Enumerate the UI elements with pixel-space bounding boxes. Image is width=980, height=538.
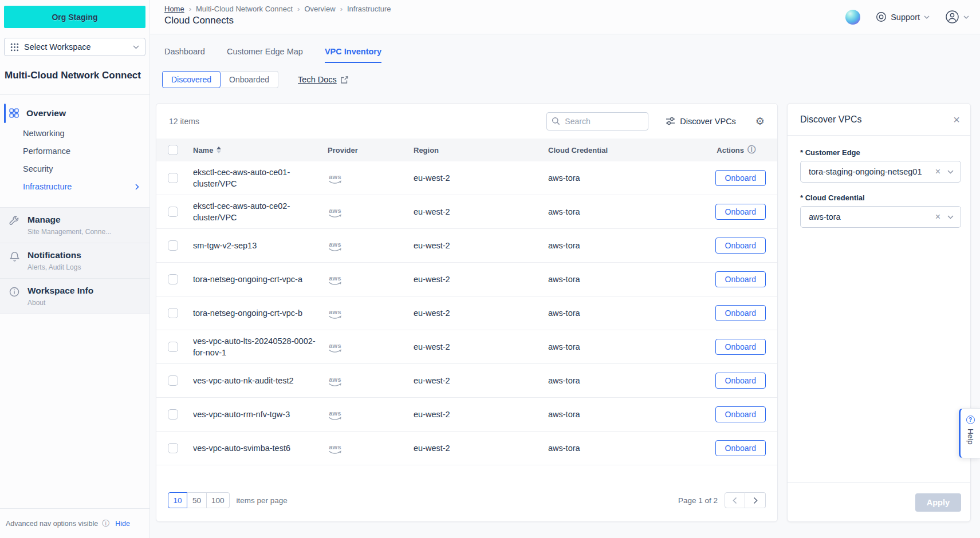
sidebar: Org Staging Select Workspace Multi-Cloud… [0, 0, 150, 538]
page-size-50[interactable]: 50 [187, 492, 207, 508]
row-checkbox[interactable] [168, 342, 178, 352]
org-banner[interactable]: Org Staging [4, 6, 145, 28]
onboard-button[interactable]: Onboard [715, 305, 766, 321]
tech-docs-link[interactable]: Tech Docs [298, 75, 348, 84]
onboard-button[interactable]: Onboard [715, 440, 766, 456]
page-size-100[interactable]: 100 [207, 492, 230, 508]
external-link-icon [341, 76, 348, 84]
sidebar-sections: Manage Site Management, Conne... Notific… [0, 207, 149, 314]
previous-page-button[interactable] [725, 492, 745, 508]
items-count: 12 items [169, 117, 546, 126]
toggle-discovered[interactable]: Discovered [162, 71, 221, 88]
workspace-selector[interactable]: Select Workspace [4, 38, 145, 56]
sidebar-item-security[interactable]: Security [0, 160, 149, 178]
breadcrumb-home[interactable]: Home [164, 5, 184, 13]
credential-cell: aws-tora [548, 376, 709, 385]
table-settings-gear-icon[interactable]: ⚙ [755, 116, 765, 126]
bell-icon [9, 250, 20, 271]
sliders-icon [666, 116, 675, 126]
chevron-down-icon [133, 45, 139, 49]
table-row: sm-tgw-v2-sep13 aws eu-west-2 aws-tora O… [156, 229, 777, 263]
aws-provider-icon: aws [328, 410, 343, 421]
filter-row: Discovered Onboarded Tech Docs [150, 71, 980, 88]
column-header-name[interactable]: Name [193, 146, 328, 155]
breadcrumb-item[interactable]: Overview [304, 5, 335, 13]
assistant-orb-icon[interactable] [845, 10, 860, 25]
actions-info-icon[interactable]: ⓘ [747, 145, 755, 155]
breadcrumb-item[interactable]: Multi-Cloud Network Connect [196, 5, 293, 13]
table-row: tora-netseg-ongoing-crt-vpc-a aws eu-wes… [156, 263, 777, 296]
view-toggle: Discovered Onboarded [162, 71, 278, 88]
info-icon[interactable]: ⓘ [102, 519, 109, 529]
row-checkbox[interactable] [168, 207, 178, 217]
cloud-credential-select[interactable]: aws-tora × [800, 206, 961, 228]
discover-vpcs-button[interactable]: Discover VPCs [666, 116, 736, 126]
tab-dashboard[interactable]: Dashboard [164, 47, 205, 63]
chevron-down-icon [924, 15, 930, 19]
cloud-credential-field: * Cloud Credential aws-tora × [800, 193, 961, 228]
tab-customer-edge-map[interactable]: Customer Edge Map [227, 47, 303, 63]
divider [0, 94, 149, 95]
region-cell: eu-west-2 [414, 207, 548, 216]
tab-vpc-inventory[interactable]: VPC Inventory [325, 47, 381, 63]
help-tab[interactable]: ? Help [959, 408, 980, 458]
onboard-button[interactable]: Onboard [715, 238, 766, 254]
row-checkbox[interactable] [168, 409, 178, 420]
account-menu[interactable] [945, 10, 969, 24]
chevron-down-icon [963, 15, 969, 19]
column-header-credential: Cloud Credential [548, 146, 709, 155]
aws-provider-icon: aws [328, 309, 343, 319]
region-cell: eu-west-2 [414, 410, 548, 419]
onboard-button[interactable]: Onboard [715, 204, 766, 220]
row-checkbox[interactable] [168, 443, 178, 453]
breadcrumb-item[interactable]: Infrastructure [347, 5, 391, 13]
sidebar-item-manage[interactable]: Manage Site Management, Conne... [0, 208, 149, 243]
row-checkbox[interactable] [168, 240, 178, 251]
onboard-button[interactable]: Onboard [715, 339, 766, 355]
region-cell: eu-west-2 [414, 241, 548, 250]
credential-cell: aws-tora [548, 173, 709, 183]
apply-button[interactable]: Apply [915, 493, 961, 512]
customer-edge-select[interactable]: tora-staging-ongoing-netseg01 × [800, 161, 961, 183]
credential-cell: aws-tora [548, 207, 709, 216]
sidebar-item-workspace-info[interactable]: Workspace Info About [0, 278, 149, 314]
select-all-checkbox[interactable] [168, 145, 178, 155]
hide-nav-link[interactable]: Hide [115, 520, 130, 528]
support-menu[interactable]: Support [876, 11, 930, 22]
sidebar-item-overview[interactable]: Overview [0, 102, 149, 125]
overview-grid-icon [9, 108, 19, 118]
search-icon [552, 117, 560, 125]
row-checkbox[interactable] [168, 375, 178, 386]
row-checkbox[interactable] [168, 308, 178, 318]
clear-icon[interactable]: × [935, 212, 940, 222]
table-row: ves-vpc-auto-lts-20240528-0002-for-nov-1… [156, 330, 777, 364]
search-input[interactable] [546, 112, 648, 130]
page-info: Page 1 of 2 [678, 496, 718, 505]
table-row: eksctl-cec-aws-auto-ce02-cluster/VPC aws… [156, 195, 777, 229]
onboard-button[interactable]: Onboard [715, 170, 766, 186]
row-checkbox[interactable] [168, 274, 178, 284]
table-header: Name Provider Region Cloud Credential Ac… [156, 139, 777, 161]
page-size-10[interactable]: 10 [168, 492, 187, 508]
sidebar-item-networking[interactable]: Networking [0, 125, 149, 143]
onboard-button[interactable]: Onboard [715, 406, 766, 422]
aws-provider-icon: aws [328, 377, 343, 387]
app-root: Org Staging Select Workspace Multi-Cloud… [0, 0, 980, 538]
close-icon[interactable]: × [953, 114, 960, 125]
top-bar: Home › Multi-Cloud Network Connect › Ove… [150, 0, 980, 34]
aws-provider-icon: aws [328, 208, 343, 218]
user-account-icon [945, 10, 959, 24]
sidebar-item-notifications[interactable]: Notifications Alerts, Audit Logs [0, 243, 149, 278]
chevron-down-icon [947, 170, 954, 174]
onboard-button[interactable]: Onboard [715, 271, 766, 287]
toggle-onboarded[interactable]: Onboarded [221, 71, 278, 88]
sort-icon[interactable] [217, 147, 221, 153]
row-checkbox[interactable] [168, 173, 178, 183]
clear-icon[interactable]: × [935, 167, 940, 177]
next-page-button[interactable] [745, 492, 766, 508]
sidebar-item-performance[interactable]: Performance [0, 143, 149, 160]
credential-cell: aws-tora [548, 444, 709, 453]
sidebar-item-infrastructure[interactable]: Infrastructure [0, 178, 149, 196]
onboard-button[interactable]: Onboard [715, 373, 766, 389]
active-indicator [4, 104, 6, 123]
